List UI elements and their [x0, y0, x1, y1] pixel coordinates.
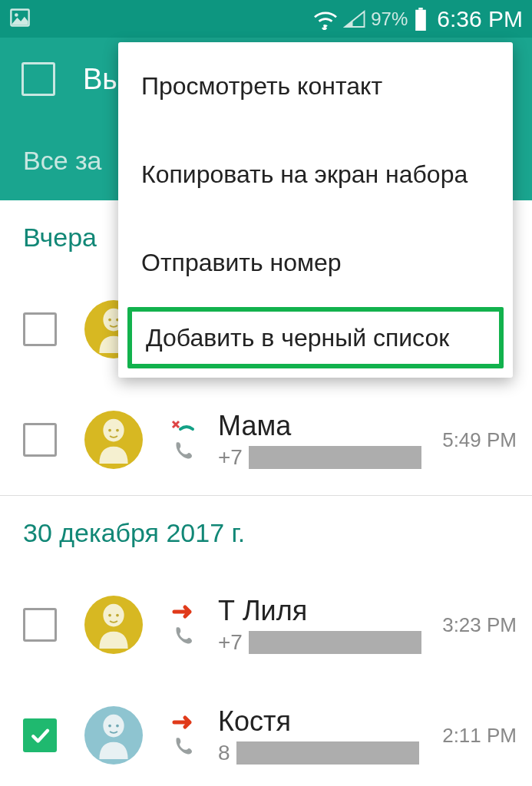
svg-rect-3 — [415, 9, 426, 30]
section-label: 30 декабря 2017 г. — [23, 518, 245, 548]
wifi-icon — [312, 8, 339, 30]
phone-prefix: +7 — [218, 630, 243, 655]
call-type-icons — [166, 418, 200, 461]
call-info: Т Лиля +7 — [218, 595, 431, 655]
redacted-number — [249, 631, 421, 654]
redacted-extra — [253, 514, 337, 552]
row-checkbox[interactable] — [23, 423, 57, 457]
svg-point-9 — [116, 429, 119, 432]
call-type-icons — [166, 714, 200, 757]
phone-prefix: 8 — [218, 741, 230, 765]
svg-point-5 — [108, 319, 111, 322]
phone-icon — [172, 625, 193, 646]
call-time: 5:49 PM — [431, 428, 517, 452]
select-all-checkbox[interactable] — [21, 62, 55, 96]
outgoing-call-icon — [170, 714, 196, 731]
avatar — [84, 596, 143, 654]
call-time: 2:11 PM — [431, 724, 517, 748]
svg-point-7 — [103, 419, 124, 442]
battery-percentage: 97% — [371, 8, 408, 30]
signal-icon — [343, 8, 366, 30]
row-checkbox[interactable] — [23, 718, 57, 752]
svg-point-15 — [116, 725, 119, 728]
missed-call-icon — [170, 418, 196, 435]
svg-point-8 — [108, 429, 111, 432]
call-row[interactable]: Мама +7 5:49 PM — [0, 385, 532, 495]
svg-point-14 — [108, 725, 111, 728]
call-row[interactable]: Т Лиля +7 3:23 PM — [0, 570, 532, 680]
menu-send-number[interactable]: Отправить номер — [118, 219, 513, 307]
call-time: 3:23 PM — [431, 613, 517, 637]
menu-add-blacklist[interactable]: Добавить в черный список — [127, 307, 504, 368]
status-bar: 97% 6:36 PM — [0, 0, 532, 38]
checkmark-icon — [28, 724, 51, 747]
tab-all-records[interactable]: Все за — [15, 146, 110, 176]
phone-prefix: +7 — [218, 445, 243, 470]
row-checkbox[interactable] — [23, 312, 57, 346]
section-label: Вчера — [23, 223, 97, 253]
svg-point-13 — [103, 715, 124, 738]
section-header-date: 30 декабря 2017 г. — [0, 496, 532, 570]
call-row[interactable]: Костя 8 2:11 PM — [0, 680, 532, 786]
avatar — [84, 706, 143, 765]
picture-icon — [9, 7, 31, 28]
call-info: Костя 8 — [218, 705, 431, 765]
battery-icon — [414, 8, 428, 31]
redacted-number — [236, 741, 419, 765]
contact-name: Мама — [218, 410, 431, 442]
row-checkbox[interactable] — [23, 608, 57, 642]
svg-point-11 — [108, 614, 111, 617]
context-menu: Просмотреть контакт Копировать на экран … — [118, 42, 513, 378]
toolbar-title: Вы — [83, 63, 124, 96]
phone-icon — [172, 440, 193, 461]
redacted-number — [249, 446, 421, 469]
svg-point-1 — [15, 13, 18, 17]
call-info: Мама +7 — [218, 410, 431, 470]
call-type-icons — [166, 603, 200, 646]
contact-name: Т Лиля — [218, 595, 431, 627]
clock: 6:36 PM — [437, 6, 523, 32]
menu-copy-dial[interactable]: Копировать на экран набора — [118, 130, 513, 219]
svg-rect-2 — [419, 8, 423, 10]
outgoing-call-icon — [170, 603, 196, 620]
svg-point-10 — [103, 604, 124, 627]
menu-view-contact[interactable]: Просмотреть контакт — [118, 42, 513, 130]
svg-point-12 — [116, 614, 119, 617]
phone-icon — [172, 735, 193, 757]
avatar — [84, 411, 143, 469]
contact-name: Костя — [218, 705, 431, 738]
